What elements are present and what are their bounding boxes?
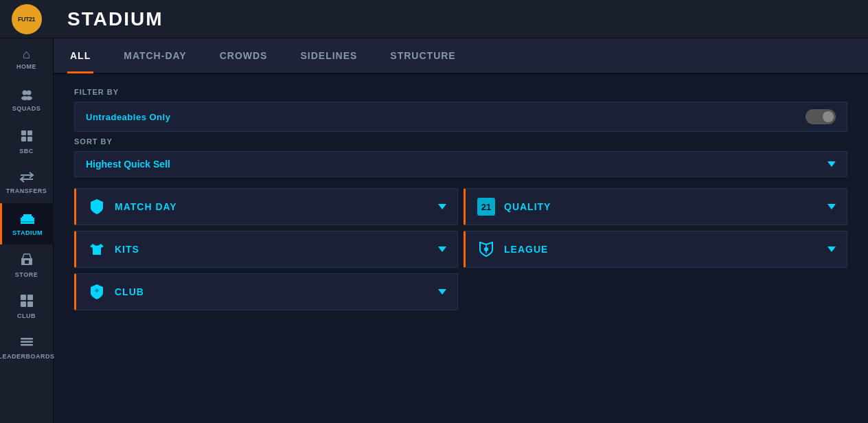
filter-box-club[interactable]: CLUB <box>74 273 458 310</box>
filter-col-left: MATCH DAY KITS <box>74 188 458 310</box>
svg-rect-13 <box>25 260 29 264</box>
club-icon <box>20 294 34 310</box>
svg-rect-16 <box>21 301 26 307</box>
ea-logo: FUT21 <box>12 4 42 34</box>
main-content: STADIUM ALL MATCH-DAY CROWDS SIDELINES S… <box>54 0 868 423</box>
untradeables-toggle[interactable] <box>806 109 836 124</box>
sidebar-item-home[interactable]: ⌂ HOME <box>0 38 54 80</box>
match-day-icon <box>87 197 106 216</box>
quality-icon: 21 <box>477 197 496 216</box>
sidebar-logo: FUT21 <box>0 0 54 38</box>
filter-box-league[interactable]: LEAGUE <box>464 231 847 268</box>
sidebar-item-leaderboards[interactable]: LEADERBOARDS <box>0 327 54 368</box>
svg-rect-11 <box>21 221 34 222</box>
sidebar-item-label: HOME <box>16 63 36 70</box>
sidebar-item-label: CLUB <box>17 312 36 319</box>
tab-sidelines[interactable]: SIDELINES <box>297 38 360 73</box>
sidebar-item-label: STORE <box>15 271 38 278</box>
svg-rect-18 <box>21 338 33 340</box>
page-title: STADIUM <box>67 8 163 30</box>
svg-point-1 <box>26 90 31 95</box>
sort-chevron-down-icon <box>827 161 836 167</box>
sort-dropdown[interactable]: Highest Quick Sell <box>74 151 847 177</box>
svg-rect-4 <box>21 130 26 135</box>
svg-point-3 <box>25 96 32 100</box>
svg-rect-17 <box>27 301 33 307</box>
svg-rect-5 <box>27 130 32 135</box>
filter-section: FILTER BY Untradeables Only <box>74 88 847 132</box>
svg-rect-6 <box>21 137 26 141</box>
svg-rect-14 <box>21 295 26 300</box>
sidebar-item-label: STADIUM <box>12 229 43 236</box>
tab-crowds[interactable]: CROWDS <box>217 38 271 73</box>
sidebar-item-club[interactable]: CLUB <box>0 286 54 327</box>
tab-all[interactable]: ALL <box>67 38 93 73</box>
filter-label: FILTER BY <box>74 88 847 96</box>
club-label: CLUB <box>115 286 144 297</box>
squads-icon <box>20 89 34 102</box>
sidebar-item-label: SBC <box>19 148 34 155</box>
svg-rect-10 <box>23 214 32 217</box>
svg-rect-19 <box>21 341 33 343</box>
stadium-icon <box>20 212 35 227</box>
sidebar-item-transfers[interactable]: TRANSFERS <box>0 162 54 203</box>
filter-col-right: 21 QUALITY <box>464 188 847 310</box>
home-icon: ⌂ <box>23 48 30 60</box>
sidebar-item-stadium[interactable]: STADIUM <box>0 203 54 244</box>
club-chevron-icon <box>438 289 446 295</box>
league-label: LEAGUE <box>504 244 548 255</box>
filter-grid: MATCH DAY KITS <box>74 188 847 310</box>
untradeables-label: Untradeables Only <box>86 112 170 122</box>
sbc-icon <box>20 129 34 145</box>
match-day-chevron-icon <box>438 204 446 209</box>
sidebar-item-store[interactable]: STORE <box>0 244 54 286</box>
header: STADIUM <box>54 0 868 38</box>
filter-box-kits[interactable]: KITS <box>74 231 458 268</box>
tabs-bar: ALL MATCH-DAY CROWDS SIDELINES STRUCTURE <box>54 38 868 74</box>
kits-icon <box>87 240 106 259</box>
svg-point-21 <box>484 247 488 251</box>
sidebar-item-label: TRANSFERS <box>6 187 47 194</box>
svg-point-0 <box>22 90 27 95</box>
kits-chevron-icon <box>438 247 446 252</box>
sidebar-item-sbc[interactable]: SBC <box>0 121 54 162</box>
filter-box-quality[interactable]: 21 QUALITY <box>464 188 847 225</box>
transfers-icon <box>19 172 34 185</box>
sidebar-item-label: LEADERBOARDS <box>0 353 55 360</box>
quality-number-badge: 21 <box>477 198 495 216</box>
quality-chevron-icon <box>827 204 836 209</box>
sidebar-item-label: SQUADS <box>12 105 41 112</box>
filter-box-match-day[interactable]: MATCH DAY <box>74 188 458 225</box>
svg-rect-15 <box>27 295 33 300</box>
sidebar-item-squads[interactable]: SQUADS <box>0 80 54 121</box>
kits-label: KITS <box>115 244 139 255</box>
sort-label: SORT BY <box>74 137 847 146</box>
club-filter-icon <box>87 282 106 301</box>
filter-untradeables-row[interactable]: Untradeables Only <box>74 102 847 132</box>
quality-label: QUALITY <box>504 201 551 212</box>
leaderboards-icon <box>20 336 34 350</box>
league-chevron-icon <box>827 247 836 252</box>
sort-selected-value: Highest Quick Sell <box>86 159 170 170</box>
svg-rect-7 <box>27 137 32 141</box>
store-icon <box>20 253 34 268</box>
tab-match-day[interactable]: MATCH-DAY <box>121 38 189 73</box>
svg-rect-8 <box>21 218 34 224</box>
league-icon <box>477 240 496 259</box>
tab-structure[interactable]: STRUCTURE <box>387 38 458 73</box>
svg-rect-20 <box>21 344 33 346</box>
content-area: FILTER BY Untradeables Only SORT BY High… <box>54 74 868 423</box>
match-day-label: MATCH DAY <box>115 201 177 212</box>
sidebar: FUT21 ⌂ HOME SQUADS SBC <box>0 0 54 423</box>
sort-section: SORT BY Highest Quick Sell <box>74 137 847 177</box>
